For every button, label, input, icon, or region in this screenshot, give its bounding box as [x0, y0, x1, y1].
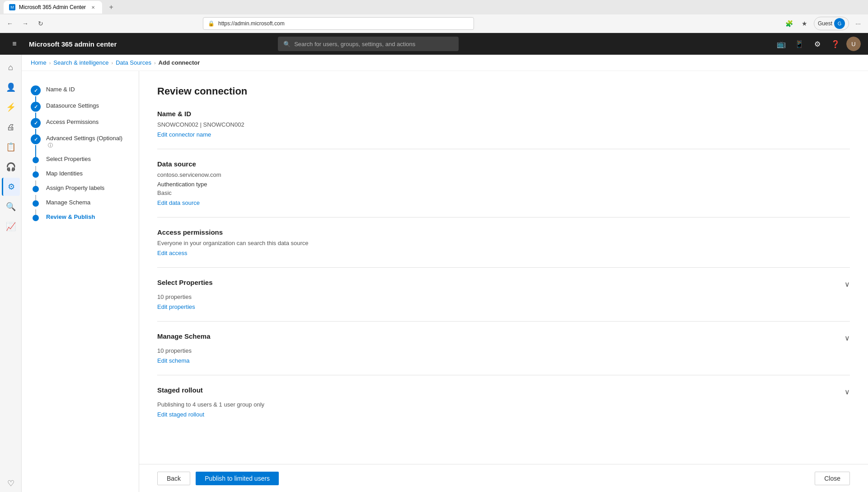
- review-section-manage-schema: Manage Schema ∨ 10 properties Edit schem…: [157, 332, 850, 375]
- search-icon: 🔍: [283, 41, 291, 47]
- breadcrumb-search-intelligence[interactable]: Search & intelligence: [53, 59, 108, 66]
- mobile-icon[interactable]: 📱: [792, 37, 807, 51]
- address-bar[interactable]: 🔒 https://admin.microsoft.com: [203, 17, 474, 30]
- step-review-publish[interactable]: Review & Publish: [31, 209, 130, 224]
- review-data-source-url: contoso.servicenow.com: [157, 171, 850, 178]
- step-label-review: Review & Publish: [46, 212, 95, 220]
- step-label-select-props: Select Properties: [46, 154, 91, 162]
- review-staged-rollout-description: Publishing to 4 users & 1 user group onl…: [157, 401, 850, 408]
- step-label-datasource: Datasource Settings: [46, 101, 99, 109]
- global-search-bar[interactable]: 🔍: [278, 37, 459, 51]
- settings-nav-icon[interactable]: ⚙: [810, 37, 825, 51]
- step-datasource-settings[interactable]: ✓ Datasource Settings: [31, 98, 130, 114]
- review-data-source-title: Data source: [157, 160, 850, 168]
- browser-tab[interactable]: M Microsoft 365 Admin Center ✕: [4, 1, 102, 14]
- guest-account-button[interactable]: Guest G: [814, 17, 849, 30]
- wizard-footer: Back Publish to limited users Close: [139, 464, 868, 492]
- sidebar-item-search[interactable]: 🔍: [2, 198, 20, 216]
- breadcrumb-data-sources[interactable]: Data Sources: [116, 59, 151, 66]
- manage-schema-expand-button[interactable]: ∨: [845, 334, 850, 342]
- wizard-steps-panel: ✓ Name & ID ✓ Datasource Settings ✓ Acce…: [22, 71, 139, 492]
- review-manage-schema-count: 10 properties: [157, 347, 850, 354]
- favorites-icon[interactable]: ★: [798, 17, 811, 30]
- step-manage-schema[interactable]: Manage Schema: [31, 195, 130, 209]
- review-section-staged-rollout: Staged rollout ∨ Publishing to 4 users &…: [157, 386, 850, 429]
- step-assign-property-labels[interactable]: Assign Property labels: [31, 180, 130, 195]
- step-access-permissions[interactable]: ✓ Access Permissions: [31, 114, 130, 131]
- sidebar-item-reports[interactable]: 📋: [2, 138, 20, 156]
- review-auth-label: Authentication type: [157, 181, 850, 188]
- info-icon[interactable]: ⓘ: [48, 142, 53, 148]
- lock-icon: 🔒: [208, 20, 215, 27]
- select-props-expand-button[interactable]: ∨: [845, 280, 850, 289]
- forward-button[interactable]: →: [19, 17, 32, 30]
- review-select-props-count: 10 properties: [157, 293, 850, 300]
- step-select-properties[interactable]: Select Properties: [31, 151, 130, 166]
- sidebar-item-print[interactable]: 🖨: [2, 118, 20, 136]
- edit-access-link[interactable]: Edit access: [157, 250, 187, 256]
- step-circle-review: [33, 215, 39, 221]
- sidebar-item-activity[interactable]: ⚡: [2, 98, 20, 116]
- sidebar-item-favorites[interactable]: ♡: [2, 474, 20, 492]
- user-avatar[interactable]: U: [846, 37, 861, 51]
- hamburger-menu-button[interactable]: ≡: [7, 37, 22, 51]
- sidebar-item-settings[interactable]: ⚙: [2, 178, 20, 196]
- review-select-props-title: Select Properties: [157, 279, 213, 286]
- step-circle-name-id: ✓: [31, 85, 41, 95]
- breadcrumb: Home › Search & intelligence › Data Sour…: [22, 55, 868, 71]
- edit-data-source-link[interactable]: Edit data source: [157, 199, 200, 206]
- review-access-description: Everyone in your organization can search…: [157, 240, 850, 246]
- edit-connector-name-link[interactable]: Edit connector name: [157, 131, 211, 138]
- breadcrumb-home[interactable]: Home: [31, 59, 47, 66]
- step-circle-schema: [33, 200, 39, 207]
- account-avatar: G: [834, 18, 845, 29]
- edit-properties-link[interactable]: Edit properties: [157, 303, 195, 310]
- sidebar-item-support[interactable]: 🎧: [2, 158, 20, 176]
- edit-schema-link[interactable]: Edit schema: [157, 357, 190, 364]
- sidebar-item-users[interactable]: 👤: [2, 78, 20, 96]
- breadcrumb-sep-2: ›: [112, 60, 113, 66]
- video-icon[interactable]: 📺: [774, 37, 788, 51]
- breadcrumb-sep-3: ›: [154, 60, 156, 66]
- review-access-title: Access permissions: [157, 228, 850, 236]
- step-label-schema: Manage Schema: [46, 198, 90, 206]
- tab-favicon: M: [9, 4, 15, 10]
- refresh-button[interactable]: ↻: [34, 17, 47, 30]
- back-button[interactable]: ←: [4, 17, 16, 30]
- staged-rollout-expand-button[interactable]: ∨: [845, 388, 850, 396]
- sidebar-item-analytics[interactable]: 📈: [2, 218, 20, 236]
- review-staged-rollout-title: Staged rollout: [157, 386, 203, 394]
- review-manage-schema-title: Manage Schema: [157, 332, 211, 340]
- review-title: Review connection: [157, 85, 850, 97]
- publish-button[interactable]: Publish to limited users: [196, 472, 279, 485]
- step-map-identities[interactable]: Map Identities: [31, 166, 130, 180]
- wizard-content-area: Review connection Name & ID SNOWCON002 |…: [139, 71, 868, 464]
- step-circle-assign: [33, 186, 39, 192]
- edit-staged-rollout-link[interactable]: Edit staged rollout: [157, 411, 204, 418]
- review-section-name-id: Name & ID SNOWCON002 | SNOWCON002 Edit c…: [157, 110, 850, 149]
- review-connector-name: SNOWCON002 | SNOWCON002: [157, 121, 850, 128]
- browser-menu-button[interactable]: ···: [852, 17, 864, 30]
- review-section-select-properties: Select Properties ∨ 10 properties Edit p…: [157, 279, 850, 322]
- close-button[interactable]: Close: [815, 472, 850, 485]
- step-circle-datasource: ✓: [31, 102, 41, 112]
- help-icon[interactable]: ❓: [828, 37, 843, 51]
- step-label-access: Access Permissions: [46, 117, 99, 125]
- tab-close-button[interactable]: ✕: [89, 4, 97, 11]
- step-circle-advanced: ✓: [31, 134, 41, 144]
- review-section-data-source: Data source contoso.servicenow.com Authe…: [157, 160, 850, 218]
- sidebar-item-home[interactable]: ⌂: [2, 58, 20, 76]
- step-label-map-id: Map Identities: [46, 169, 83, 177]
- breadcrumb-current: Add connector: [159, 59, 200, 66]
- step-circle-access: ✓: [31, 118, 41, 128]
- search-input[interactable]: [294, 41, 453, 47]
- back-button[interactable]: Back: [157, 472, 190, 485]
- step-circle-map-id: [33, 171, 39, 178]
- step-circle-select-props: [33, 157, 39, 163]
- new-tab-button[interactable]: +: [106, 2, 117, 13]
- step-name-id[interactable]: ✓ Name & ID: [31, 82, 130, 98]
- extensions-icon[interactable]: 🧩: [783, 17, 796, 30]
- step-label-advanced: Advanced Settings (Optional) ⓘ: [46, 133, 130, 149]
- app-title: Microsoft 365 admin center: [29, 40, 117, 48]
- step-advanced-settings[interactable]: ✓ Advanced Settings (Optional) ⓘ: [31, 131, 130, 151]
